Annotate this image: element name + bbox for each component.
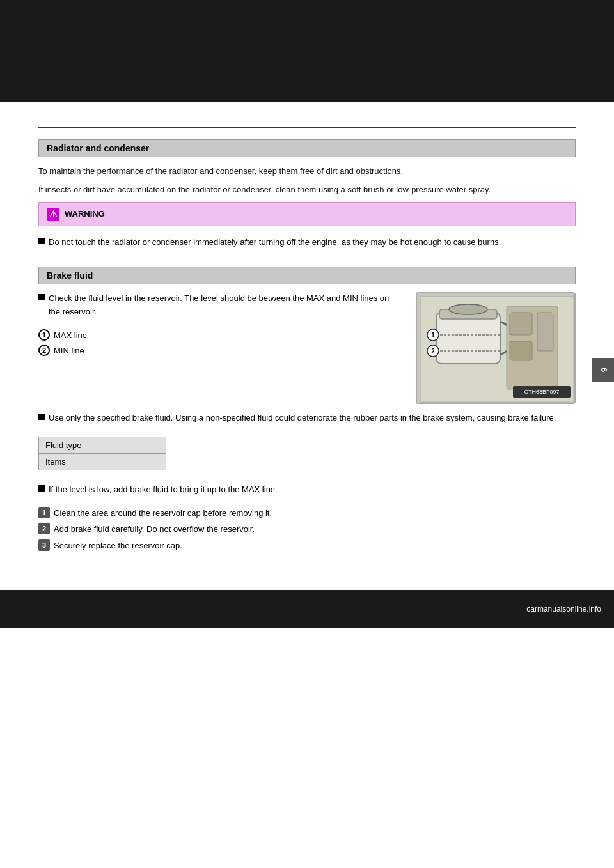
selecting-section: Use only the specified brake fluid. Usin…: [38, 412, 576, 470]
svg-text:CTH63BF097: CTH63BF097: [524, 389, 559, 395]
svg-rect-2: [436, 313, 500, 364]
checking-text-column: Check the fluid level in the reservoir. …: [38, 292, 403, 360]
step-2-text: Add brake fluid carefully. Do not overfl…: [54, 523, 576, 536]
checking-section: Check the fluid level in the reservoir. …: [38, 292, 576, 404]
radiator-section-header: Radiator and condenser: [38, 139, 576, 157]
fluid-type-header: Fluid type: [39, 437, 166, 454]
diagram-column: 1 2 CTH: [416, 292, 576, 404]
warning-box: ⚠ WARNING: [38, 202, 576, 226]
radiator-header-text: Radiator and condenser: [47, 143, 149, 153]
top-dark-area: [0, 0, 614, 102]
adding-bullet-square: [38, 485, 45, 492]
page-container: Radiator and condenser To maintain the p…: [0, 0, 614, 868]
step-3-row: 3 Securely replace the reservoir cap.: [38, 539, 576, 552]
fluid-table-header-row: Fluid type: [39, 437, 166, 454]
radiator-body-text-2: If insects or dirt have accumulated on t…: [38, 183, 576, 197]
step-2-badge: 2: [38, 523, 50, 534]
checking-bullet-square: [38, 294, 45, 300]
adding-bullet-text: If the level is low, add brake fluid to …: [49, 483, 278, 497]
chapter-tab-number: 6: [599, 368, 609, 372]
warning-icon: ⚠: [47, 208, 59, 221]
selecting-bullet-text: Use only the specified brake fluid. Usin…: [49, 412, 556, 425]
svg-rect-12: [510, 313, 532, 335]
svg-rect-13: [510, 341, 532, 360]
bullet-square: [38, 238, 45, 244]
brake-fluid-section: Brake fluid Check the fluid level in the…: [38, 267, 576, 552]
circle-badge-1: 1: [38, 329, 50, 341]
checking-bullet: Check the fluid level in the reservoir. …: [38, 292, 403, 324]
radiator-body-text-1: To maintain the performance of the radia…: [38, 165, 576, 178]
fluid-table-items-row: Items: [39, 454, 166, 470]
svg-text:2: 2: [431, 348, 435, 355]
warning-label: WARNING: [65, 209, 105, 219]
brake-fluid-header: Brake fluid: [38, 267, 576, 284]
adding-section: If the level is low, add brake fluid to …: [38, 483, 576, 552]
step-3-text: Securely replace the reservoir cap.: [54, 539, 576, 552]
bottom-bar: carmanualsonline.info: [0, 590, 614, 628]
fluid-table: Fluid type Items: [38, 437, 166, 470]
selecting-bullet: Use only the specified brake fluid. Usin…: [38, 412, 576, 430]
step-3-badge: 3: [38, 539, 50, 551]
chapter-tab: 6: [592, 358, 614, 382]
step-2-row: 2 Add brake fluid carefully. Do not over…: [38, 523, 576, 536]
step-1-row: 1 Clean the area around the reservoir ca…: [38, 507, 576, 520]
svg-point-4: [449, 304, 487, 314]
item1-row: 1 MAX line: [38, 329, 403, 342]
diagram-svg: 1 2 CTH: [417, 293, 576, 404]
circle-badge-2: 2: [38, 345, 50, 356]
warning-bullet: Do not touch the radiator or condenser i…: [38, 236, 576, 254]
step-1-text: Clean the area around the reservoir cap …: [54, 507, 576, 520]
checking-bullet-text: Check the fluid level in the reservoir. …: [49, 292, 403, 319]
brake-fluid-diagram: 1 2 CTH: [416, 292, 576, 404]
adding-bullet: If the level is low, add brake fluid to …: [38, 483, 576, 502]
warning-bullet-text: Do not touch the radiator or condenser i…: [49, 236, 501, 249]
main-content: Radiator and condenser To maintain the p…: [0, 102, 614, 590]
selecting-bullet-square: [38, 414, 45, 420]
item2-label: MIN line: [54, 345, 403, 357]
fluid-items-header: Items: [39, 454, 166, 470]
step-1-badge: 1: [38, 507, 50, 518]
item2-row: 2 MIN line: [38, 345, 403, 357]
svg-rect-14: [537, 313, 553, 351]
svg-text:1: 1: [431, 332, 435, 339]
radiator-section: Radiator and condenser To maintain the p…: [38, 139, 576, 254]
top-divider: [38, 127, 576, 128]
item1-label: MAX line: [54, 329, 403, 342]
watermark-text: carmanualsonline.info: [526, 605, 601, 614]
brake-fluid-header-text: Brake fluid: [47, 270, 93, 281]
